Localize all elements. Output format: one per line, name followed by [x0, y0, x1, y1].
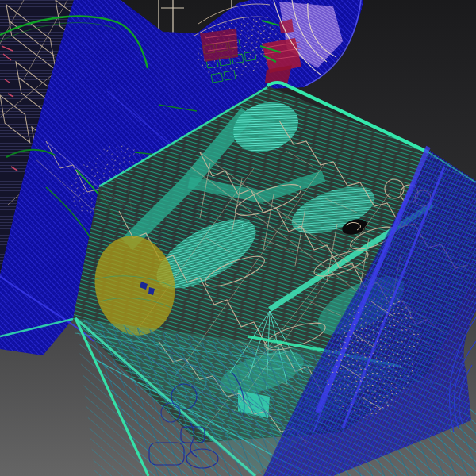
viewport-3d[interactable] [0, 0, 476, 476]
wireframe-scene [0, 0, 476, 476]
